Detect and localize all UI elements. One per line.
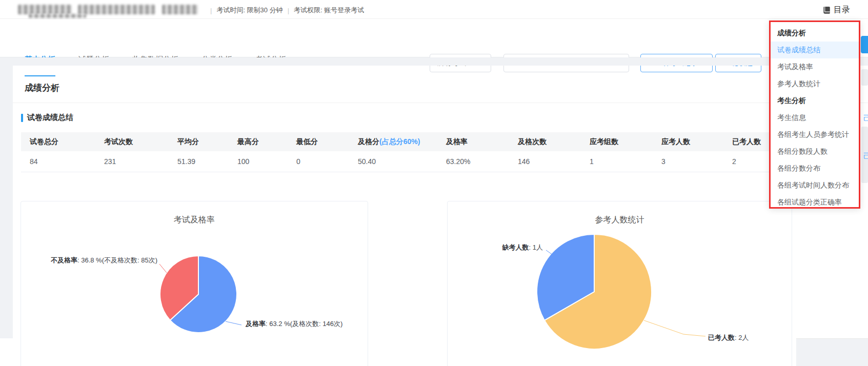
col-total-score: 试卷总分 [21,137,104,147]
toc-item-group-score-bands[interactable]: 各组分数段人数 [771,143,859,160]
redacted-exam-subtitle-block [29,14,86,18]
val-total-score: 84 [21,157,104,166]
table-value-row: 84 231 51.39 100 0 50.40 63.20% 146 1 3 … [21,151,836,172]
subsection-title: 试卷成绩总结 [27,113,73,123]
table-header-row: 试卷总分 考试次数 平均分 最高分 最低分 及格分(占总分60%) 及格率 及格… [21,132,836,151]
toc-header-examinee-analysis: 考生分析 [771,92,859,109]
col-pass-rate: 及格率 [446,137,518,147]
taken-count-label: 已考人数: 2人 [708,333,749,342]
clipped-link-text[interactable]: 己 [863,114,868,123]
val-pass-rate: 63.20% [446,157,518,166]
separator: | [288,7,289,14]
toc-dropdown-panel: 成绩分析 试卷成绩总结 考试及格率 参考人数统计 考生分析 考生信息 各组考生人… [769,21,860,209]
exam-analysis-page: { "header": { "separator": "|", "exam_ti… [0,0,868,366]
val-expected-groups: 1 [590,157,661,166]
subsection-paper-score-summary: 试卷成绩总结 [21,113,73,123]
redacted-exam-title-block [162,5,198,14]
section-divider [13,103,868,103]
redacted-exam-title-block [78,5,155,14]
toc-toggle-label: 目录 [834,5,850,15]
pass-rate-label: 及格率: 63.2 %(及格次数: 146次) [246,319,342,329]
pass-score-note: (占总分60%) [379,137,420,146]
blue-accent-bar [21,114,23,122]
pie-leader-lines [21,201,368,366]
toc-item-group-score-distribution[interactable]: 各组分数分布 [771,160,859,177]
val-expected-examinees: 3 [661,157,732,166]
exam-meta-info: | 考试时间: 限制30 分钟 | 考试权限: 账号登录考试 [210,6,364,15]
col-average-score: 平均分 [177,137,237,147]
toc-item-examinee-info[interactable]: 考生信息 [771,109,859,126]
clipped-ui-fragment [861,69,868,86]
exam-permission-label: 考试权限: 账号登录考试 [294,6,364,15]
col-expected-groups: 应考组数 [590,137,661,147]
toc-item-group-participation[interactable]: 各组考生人员参考统计 [771,126,859,143]
toc-item-participant-stats[interactable]: 参考人数统计 [771,75,859,92]
page-background-gap [0,57,868,66]
toc-item-group-time-distribution[interactable]: 各组考试时间人数分布 [771,177,859,194]
val-lowest-score: 0 [296,157,358,166]
col-highest-score: 最高分 [237,137,296,147]
val-pass-count: 146 [518,157,590,166]
val-exam-count: 231 [104,157,177,166]
toc-header-score-analysis: 成绩分析 [771,25,859,42]
clipped-link-text[interactable]: 己 [863,152,868,161]
absent-count-label: 缺考人数: 1人 [502,243,543,252]
col-expected-examinees: 应考人数 [661,137,732,147]
redacted-exam-title-block [18,5,72,14]
col-exam-count: 考试次数 [104,137,177,147]
chart-card-exam-pass-rate: 考试及格率 不及格率: 36.8 %(不及格次数: 85次) 及格率: 63.2… [21,201,368,366]
chart-card-participant-stats: 参考人数统计 缺考人数: 1人 已考人数: 2人 [447,201,792,366]
clipped-primary-button[interactable] [861,36,868,53]
separator: | [210,7,212,14]
book-icon [822,6,831,15]
tab-filter-row: 基本分析 试题分析 收集数据分析 分类分析 考试分析 所有考试... 2020-… [0,19,868,57]
fail-rate-label: 不及格率: 36.8 %(不及格次数: 85次) [51,256,157,265]
toc-item-group-category-accuracy[interactable]: 各组试题分类正确率 [771,194,859,209]
toc-item-exam-pass-rate[interactable]: 考试及格率 [771,58,859,75]
page-background-left-margin [0,66,13,338]
page-background-bottom-right [796,338,868,366]
toc-toggle-button[interactable]: 目录 [822,5,850,15]
score-summary-table: 试卷总分 考试次数 平均分 最高分 最低分 及格分(占总分60%) 及格率 及格… [21,132,836,172]
col-pass-count: 及格次数 [518,137,590,147]
val-pass-score: 50.40 [358,157,446,166]
col-lowest-score: 最低分 [296,137,358,147]
col-pass-score: 及格分(占总分60%) [358,137,446,147]
val-average-score: 51.39 [177,157,237,166]
section-title-score-analysis: 成绩分析 [25,82,59,94]
toc-item-paper-score-summary[interactable]: 试卷成绩总结 [771,42,859,58]
top-header-bar: | 考试时间: 限制30 分钟 | 考试权限: 账号登录考试 [0,0,868,19]
val-highest-score: 100 [237,157,296,166]
exam-time-label: 考试时间: 限制30 分钟 [216,6,282,15]
